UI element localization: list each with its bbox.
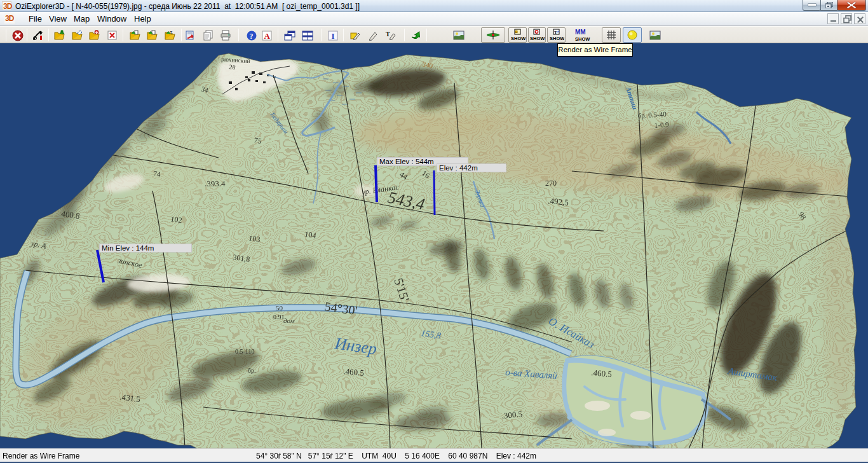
- svg-text:MM: MM: [575, 29, 586, 36]
- svg-text:T: T: [170, 31, 173, 35]
- svg-text:103: 103: [248, 233, 261, 244]
- svg-text:.460.5: .460.5: [591, 368, 613, 379]
- svg-text:Н-0.9: Н-0.9: [614, 71, 632, 80]
- svg-text:0.5-110: 0.5-110: [235, 348, 254, 355]
- svg-text:166,5: 166,5: [651, 62, 668, 71]
- svg-text:A: A: [264, 31, 271, 41]
- svg-text:102: 102: [170, 214, 183, 225]
- svg-text:.492,5: .492,5: [548, 196, 569, 207]
- svg-text:?: ?: [250, 32, 254, 41]
- svg-text:28: 28: [229, 63, 236, 71]
- svg-text:50: 50: [276, 304, 283, 312]
- svg-text:1-0.9: 1-0.9: [654, 120, 669, 129]
- svg-text:0.91: 0.91: [273, 314, 285, 321]
- svg-text:.300.5: .300.5: [501, 409, 523, 420]
- svg-text:75: 75: [253, 135, 262, 146]
- svg-text:SHOW: SHOW: [511, 36, 526, 41]
- svg-text:T: T: [386, 31, 390, 38]
- svg-text:.460.5: .460.5: [343, 366, 365, 378]
- svg-text:бр. 0.5-30: бр. 0.5-30: [590, 62, 620, 71]
- svg-text:270: 270: [545, 179, 557, 188]
- svg-text:дом: дом: [283, 317, 295, 324]
- svg-text:SHOW: SHOW: [575, 36, 590, 42]
- svg-text:I: I: [332, 31, 335, 41]
- svg-text:SHOW: SHOW: [550, 36, 564, 41]
- svg-text:SHOW: SHOW: [530, 36, 545, 41]
- svg-text:104: 104: [304, 230, 317, 240]
- svg-text:.393.4: .393.4: [205, 179, 226, 188]
- svg-text:бр.: бр.: [248, 367, 256, 374]
